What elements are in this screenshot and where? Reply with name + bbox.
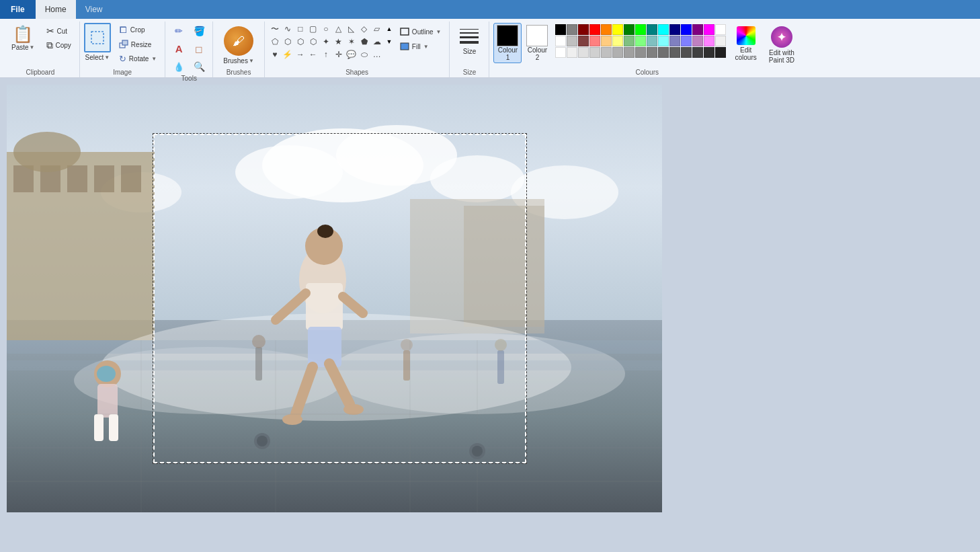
- color-swatch[interactable]: [647, 47, 657, 58]
- color-swatch[interactable]: [567, 47, 577, 58]
- shape-star5[interactable]: ★: [333, 36, 345, 48]
- color-swatch[interactable]: [578, 47, 589, 58]
- shape-arrow-l[interactable]: ←: [307, 48, 319, 61]
- paste-button[interactable]: 📋 Paste ▼: [5, 23, 41, 53]
- outline-button[interactable]: Outline ▼: [396, 26, 446, 38]
- shape-cylinder[interactable]: ⬭: [358, 48, 370, 61]
- color-swatch[interactable]: [589, 36, 600, 46]
- color-swatch[interactable]: [647, 36, 657, 46]
- color-swatch[interactable]: [658, 47, 669, 58]
- color-swatch[interactable]: [578, 24, 589, 35]
- color-swatch[interactable]: [601, 36, 612, 46]
- crop-button[interactable]: ⧠ Crop: [115, 23, 161, 37]
- color-swatch[interactable]: [612, 47, 623, 58]
- shape-lightning[interactable]: ⚡: [282, 48, 294, 61]
- shape-rect[interactable]: □: [294, 23, 307, 35]
- color-swatch[interactable]: [647, 24, 657, 35]
- color-swatch[interactable]: [658, 24, 669, 35]
- color-swatch[interactable]: [715, 36, 726, 46]
- shape-roundrect[interactable]: ▢: [307, 23, 319, 35]
- pick-color-button[interactable]: 💧: [169, 58, 188, 75]
- resize-button[interactable]: Resize: [115, 38, 161, 51]
- color-swatch[interactable]: [624, 36, 635, 46]
- edit-colours-button[interactable]: Editcolours: [730, 23, 761, 65]
- copy-button[interactable]: ⧉ Copy: [42, 38, 75, 52]
- color-swatch[interactable]: [555, 36, 566, 46]
- color-swatch[interactable]: [555, 24, 566, 35]
- fill-button[interactable]: 🪣: [190, 23, 208, 39]
- color-swatch[interactable]: [624, 47, 635, 58]
- fill-shape-button[interactable]: Fill ▼: [396, 40, 446, 52]
- color-swatch[interactable]: [578, 36, 589, 46]
- color-swatch[interactable]: [715, 24, 726, 35]
- color-swatch[interactable]: [681, 24, 692, 35]
- color-swatch[interactable]: [624, 24, 635, 35]
- colour1-button[interactable]: Colour1: [493, 23, 522, 63]
- shape-arrow-u[interactable]: ↑: [320, 48, 332, 61]
- color-swatch[interactable]: [669, 24, 680, 35]
- color-swatch[interactable]: [681, 36, 692, 46]
- color-swatch[interactable]: [612, 36, 623, 46]
- pencil-button[interactable]: ✏: [169, 23, 188, 39]
- shape-cloud[interactable]: ☁: [371, 36, 383, 48]
- shape-more[interactable]: …: [371, 48, 383, 61]
- shape-wavy[interactable]: ∿: [282, 23, 294, 35]
- shape-star4[interactable]: ✦: [320, 36, 332, 48]
- color-swatch[interactable]: [635, 47, 646, 58]
- colour2-button[interactable]: Colour2: [523, 23, 551, 63]
- color-swatch[interactable]: [601, 47, 612, 58]
- shape-octagon[interactable]: ⬡: [307, 36, 319, 48]
- cut-button[interactable]: ✂ Cut: [42, 24, 75, 38]
- brushes-button[interactable]: 🖌 Brushes ▼: [217, 23, 260, 68]
- shape-pentagon[interactable]: ⬠: [269, 36, 281, 48]
- shape-diamond[interactable]: ◇: [358, 23, 370, 35]
- color-swatch[interactable]: [589, 47, 600, 58]
- shape-hexagon[interactable]: ⬡: [282, 36, 294, 48]
- shape-triangle[interactable]: △: [333, 23, 345, 35]
- tab-view[interactable]: View: [76, 0, 112, 19]
- color-swatch[interactable]: [635, 24, 646, 35]
- shape-ellipse[interactable]: ○: [320, 23, 332, 35]
- text-button[interactable]: A: [169, 40, 188, 57]
- color-swatch[interactable]: [658, 36, 669, 46]
- shapes-scroll-up[interactable]: ▲: [384, 23, 395, 35]
- shape-roundedshape[interactable]: ⬟: [358, 36, 370, 48]
- color-swatch[interactable]: [704, 47, 714, 58]
- shape-star6[interactable]: ✶: [345, 36, 358, 48]
- eraser-button[interactable]: ◻: [190, 40, 208, 57]
- color-swatch[interactable]: [555, 47, 566, 58]
- color-swatch[interactable]: [567, 24, 577, 35]
- shape-arrow-4[interactable]: ✛: [333, 48, 345, 61]
- shape-curve[interactable]: 〜: [269, 23, 281, 35]
- color-swatch[interactable]: [669, 36, 680, 46]
- select-button[interactable]: [84, 23, 111, 52]
- edit-paint3d-button[interactable]: ✦ Edit withPaint 3D: [763, 23, 801, 67]
- canvas-area[interactable]: [0, 78, 980, 552]
- shape-rttriangle[interactable]: ◺: [345, 23, 358, 35]
- color-swatch[interactable]: [692, 47, 703, 58]
- shape-heart[interactable]: ♥: [269, 48, 281, 61]
- color-swatch[interactable]: [567, 36, 577, 46]
- shape-callout[interactable]: 💬: [345, 48, 358, 61]
- tab-file[interactable]: File: [0, 0, 36, 19]
- shape-parallelogram[interactable]: ▱: [371, 23, 383, 35]
- shape-arrow-r[interactable]: →: [294, 48, 307, 61]
- color-swatch[interactable]: [589, 24, 600, 35]
- color-swatch[interactable]: [704, 24, 714, 35]
- tab-home[interactable]: Home: [36, 0, 76, 19]
- color-swatch[interactable]: [681, 47, 692, 58]
- color-swatch[interactable]: [715, 47, 726, 58]
- magnifier-button[interactable]: 🔍: [190, 58, 208, 75]
- color-swatch[interactable]: [635, 36, 646, 46]
- color-swatch[interactable]: [601, 24, 612, 35]
- color-swatch[interactable]: [692, 24, 703, 35]
- rotate-button[interactable]: ↻ Rotate ▼: [115, 52, 161, 66]
- color-swatch[interactable]: [692, 36, 703, 46]
- colours-content: Colour1 Colour2 Editcolours: [493, 23, 801, 69]
- size-button[interactable]: Size: [454, 23, 485, 57]
- shape-heptagon[interactable]: ⬡: [294, 36, 307, 48]
- shapes-scroll-down[interactable]: ▼: [384, 36, 395, 48]
- color-swatch[interactable]: [704, 36, 714, 46]
- color-swatch[interactable]: [669, 47, 680, 58]
- color-swatch[interactable]: [612, 24, 623, 35]
